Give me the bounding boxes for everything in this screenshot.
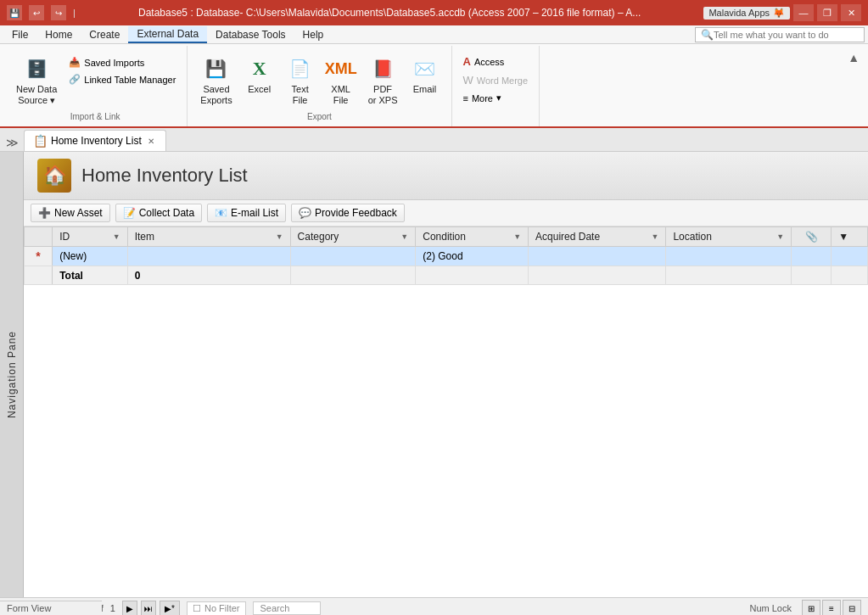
email-list-button[interactable]: 📧 E-mail List xyxy=(207,204,286,222)
new-row-item[interactable] xyxy=(127,247,290,266)
malavida-badge: Malavida Apps 🦊 xyxy=(703,7,790,20)
col-category-header[interactable]: Category ▼ xyxy=(290,227,416,247)
saved-exports-button[interactable]: 💾 SavedExports xyxy=(194,51,238,110)
more-label: More xyxy=(472,93,493,103)
new-asset-label: New Asset xyxy=(54,207,103,219)
next-record-btn[interactable]: ▶ xyxy=(122,601,137,615)
tab-close-btn[interactable]: ✕ xyxy=(145,135,157,147)
provide-feedback-label: Provide Feedback xyxy=(315,207,397,219)
total-row-condition xyxy=(416,266,529,285)
excel-label: Excel xyxy=(248,84,271,95)
tab-icon: 📋 xyxy=(33,134,48,148)
no-filter-label: No Filter xyxy=(204,603,240,613)
new-asset-button[interactable]: ➕ New Asset xyxy=(31,204,110,222)
ribbon: 🗄️ New DataSource ▾ 📥 Saved Imports 🔗 Li… xyxy=(0,44,868,128)
close-btn[interactable]: ✕ xyxy=(841,4,861,21)
excel-button[interactable]: X Excel xyxy=(240,51,279,99)
menu-database-tools[interactable]: Database Tools xyxy=(207,27,294,42)
word-merge-icon: W xyxy=(463,74,473,87)
layout-view-btn[interactable]: ⊟ xyxy=(843,600,861,615)
new-data-source-button[interactable]: 🗄️ New DataSource ▾ xyxy=(10,51,63,110)
xml-file-button[interactable]: XML XMLFile xyxy=(322,51,361,110)
menu-help[interactable]: Help xyxy=(294,27,333,42)
tab-label: Home Inventory List xyxy=(51,135,142,147)
last-record-btn[interactable]: ⏭ xyxy=(141,601,156,615)
new-record-btn[interactable]: ▶* xyxy=(160,601,180,615)
text-file-icon: 📄 xyxy=(287,55,314,82)
new-row-condition[interactable]: (2) Good xyxy=(416,247,529,266)
linked-table-manager-button[interactable]: 🔗 Linked Table Manager xyxy=(64,71,180,87)
total-row-location xyxy=(666,266,792,285)
filter-indicator[interactable]: ☐ No Filter xyxy=(187,601,246,615)
menu-file[interactable]: File xyxy=(3,27,36,42)
total-row-id: Total xyxy=(53,266,128,285)
ribbon-group-export: 💾 SavedExports X Excel 📄 TextFile XML XM… xyxy=(188,46,451,126)
col-item-header[interactable]: Item ▼ xyxy=(127,227,290,247)
view-icons: ⊞ ≡ ⊟ xyxy=(802,600,861,615)
collect-data-button[interactable]: 📝 Collect Data xyxy=(115,204,202,222)
undo-btn[interactable]: ↩ xyxy=(29,5,44,20)
navigation-pane[interactable]: Navigation Pane xyxy=(0,152,24,597)
ribbon-group-access: A Access W Word Merge ≡ More ▾ xyxy=(452,46,540,126)
pdf-xps-button[interactable]: 📕 PDFor XPS xyxy=(362,51,404,110)
tab-home-inventory[interactable]: 📋 Home Inventory List ✕ xyxy=(24,130,166,151)
menu-home[interactable]: Home xyxy=(36,27,81,42)
quick-save-btn[interactable]: 💾 xyxy=(7,5,22,20)
col-extra-header[interactable]: ▼ xyxy=(832,227,868,247)
col-acquired-header[interactable]: Acquired Date ▼ xyxy=(529,227,666,247)
email-button[interactable]: ✉️ Email xyxy=(406,51,445,99)
col-location-header[interactable]: Location ▼ xyxy=(666,227,792,247)
menu-create[interactable]: Create xyxy=(81,27,128,42)
maximize-btn[interactable]: ❐ xyxy=(817,4,837,21)
new-row-acquired[interactable] xyxy=(529,247,666,266)
new-row-selector: * xyxy=(25,247,53,266)
data-table: ID ▼ Item ▼ Category xyxy=(24,226,868,597)
ribbon-search-input[interactable] xyxy=(714,30,859,40)
word-merge-label: Word Merge xyxy=(477,75,528,86)
form-view-btn[interactable]: ⊞ xyxy=(802,600,820,615)
total-records-display: 1 xyxy=(107,603,119,613)
status-bar-right: Num Lock ⊞ ≡ ⊟ xyxy=(749,600,861,615)
main-area: Navigation Pane 🏠 Home Inventory List ➕ … xyxy=(0,152,868,597)
import-link-stacked: 📥 Saved Imports 🔗 Linked Table Manager xyxy=(64,51,180,87)
col-id-header[interactable]: ID ▼ xyxy=(53,227,128,247)
extra-dropdown-icon: ▼ xyxy=(838,231,848,243)
form-title: Home Inventory List xyxy=(81,165,248,187)
provide-feedback-icon: 💬 xyxy=(299,207,311,219)
table-row-new: * (New) (2) Good xyxy=(25,247,868,266)
provide-feedback-button[interactable]: 💬 Provide Feedback xyxy=(291,204,405,222)
col-condition-header[interactable]: Condition ▼ xyxy=(416,227,529,247)
text-file-button[interactable]: 📄 TextFile xyxy=(281,51,320,110)
new-row-category[interactable] xyxy=(290,247,416,266)
text-file-label: TextFile xyxy=(292,84,309,106)
search-status-input[interactable]: Search xyxy=(253,601,321,615)
total-row-extra xyxy=(832,266,868,285)
ribbon-collapse-btn[interactable]: ▲ xyxy=(843,49,865,66)
ribbon-search-box[interactable]: 🔍 xyxy=(695,27,865,42)
table-header-row: ID ▼ Item ▼ Category xyxy=(25,227,868,247)
word-merge-button: W Word Merge xyxy=(459,71,533,89)
new-row-location[interactable] xyxy=(666,247,792,266)
new-row-extra xyxy=(832,247,868,266)
menu-external-data[interactable]: External Data xyxy=(128,26,207,43)
nav-pane-toggle-btn[interactable]: ≫ xyxy=(3,134,20,151)
export-group-label: Export xyxy=(194,110,444,123)
email-icon: ✉️ xyxy=(412,55,439,82)
pdf-icon: 📕 xyxy=(369,55,396,82)
col-attachment-header: 📎 xyxy=(792,227,832,247)
new-row-id[interactable]: (New) xyxy=(53,247,128,266)
title-bar-title: Database5 : Database- C:\Users\Malavida\… xyxy=(76,7,704,19)
content-panel: 🏠 Home Inventory List ➕ New Asset 📝 Coll… xyxy=(24,152,868,597)
email-label: Email xyxy=(413,84,437,95)
total-row-category xyxy=(290,266,416,285)
redo-btn[interactable]: ↪ xyxy=(51,5,66,20)
saved-imports-button[interactable]: 📥 Saved Imports xyxy=(64,54,180,70)
more-button[interactable]: ≡ More ▾ xyxy=(459,90,533,106)
access-button[interactable]: A Access xyxy=(459,53,533,70)
condition-sort-icon: ▼ xyxy=(513,232,521,241)
form-toolbar: ➕ New Asset 📝 Collect Data 📧 E-mail List… xyxy=(24,200,868,226)
datasheet-view-btn[interactable]: ≡ xyxy=(822,600,841,615)
more-dropdown-icon: ▾ xyxy=(496,92,501,103)
minimize-btn[interactable]: — xyxy=(793,4,814,21)
ribbon-group-import-link: 🗄️ New DataSource ▾ 📥 Saved Imports 🔗 Li… xyxy=(3,46,188,126)
